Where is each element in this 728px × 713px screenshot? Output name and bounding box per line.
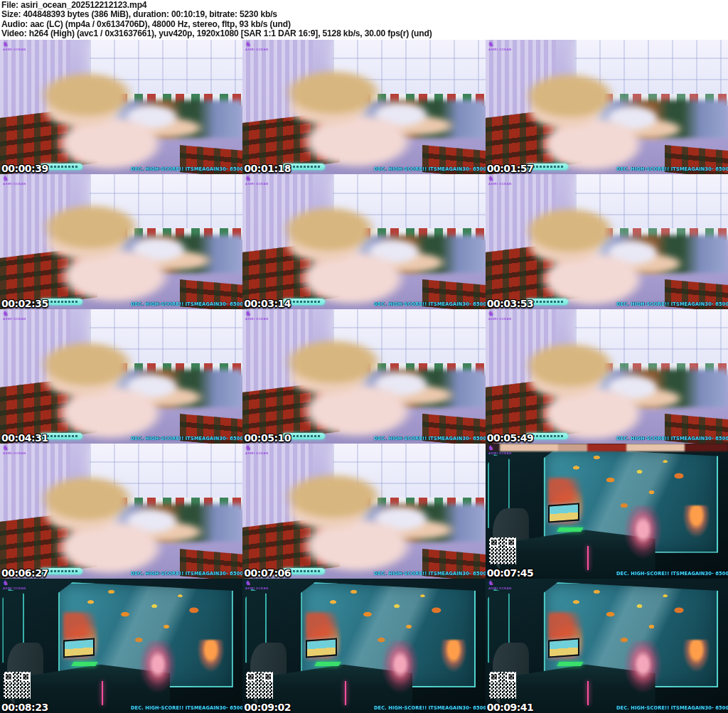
- watermark-text: ASIRI OCEAN: [245, 317, 268, 321]
- qr-code: [489, 537, 516, 564]
- frame-timestamp: 00:05:10: [244, 432, 291, 444]
- video-thumbnail: ♞ ASIRI OCEAN DEC. HIGH-SCORE!! ITSMEAGA…: [0, 174, 242, 309]
- glowing-plant: [623, 640, 663, 695]
- thumbnail-image: [0, 40, 242, 174]
- glowing-plant: [139, 640, 178, 695]
- overlay-caption: DEC. HIGH-SCORE!! ITSMEAGAIN30- 6500TKNS: [131, 301, 242, 306]
- person-figure: [274, 331, 456, 441]
- video-thumbnail: ♞ ASIRI OCEAN DEC. HIGH-SCORE!! ITSMEAGA…: [486, 174, 728, 309]
- overlay-caption: DEC. HIGH-SCORE!! ITSMEAGAIN30- 6500TKNS: [374, 570, 486, 575]
- person-figure: [29, 333, 204, 444]
- thumbnail-image: [486, 579, 728, 713]
- watermark-logo: ♞ ASIRI OCEAN: [245, 176, 287, 188]
- watermark-logo: ♞ ASIRI OCEAN: [3, 580, 45, 593]
- overlay-caption: DEC. HIGH-SCORE!! ITSMEAGAIN30- 6500TKNS: [131, 436, 242, 441]
- watermark-text: ASIRI OCEAN: [3, 317, 26, 321]
- watermark-icon: ♞: [488, 311, 530, 317]
- video-thumbnail: ♞ ASIRI OCEAN DEC. HIGH-SCORE!! ITSMEAGA…: [0, 444, 242, 578]
- watermark-icon: ♞: [488, 41, 530, 48]
- glowing-plant: [623, 505, 663, 559]
- desk-monitor: [548, 503, 579, 523]
- frame-timestamp: 00:03:53: [487, 298, 534, 309]
- frame-timestamp: 00:03:14: [244, 298, 291, 309]
- glowing-keyboard: [557, 662, 583, 666]
- video-thumbnail: ♞ ASIRI OCEAN DEC. HIGH-SCORE!! ITSMEAGA…: [486, 309, 728, 444]
- watermark-logo: ♞ ASIRI OCEAN: [488, 311, 530, 323]
- watermark-icon: ♞: [488, 580, 530, 586]
- watermark-logo: ♞ ASIRI OCEAN: [3, 41, 45, 54]
- video-thumbnail: ♞ ASIRI OCEAN DEC. HIGH-SCORE!! ITSMEAGA…: [486, 40, 728, 174]
- overlay-caption: DEC. HIGH-SCORE!! ITSMEAGAIN30- 6500TKNS: [374, 301, 486, 306]
- neon-strip: [587, 546, 589, 570]
- overlay-caption: DEC. HIGH-SCORE!! ITSMEAGAIN30- 6500TKNS: [131, 570, 242, 575]
- watermark-text: ASIRI OCEAN: [3, 182, 26, 186]
- thumbnail-image: [486, 444, 728, 578]
- video-info-line: Video: h264 (High) (avc1 / 0x31637661), …: [1, 29, 706, 38]
- thumbnail-image: [486, 309, 728, 444]
- thumbnail-image: [242, 40, 485, 174]
- frame-timestamp: 00:07:45: [487, 567, 534, 579]
- jellyfish: [440, 640, 468, 672]
- watermark-icon: ♞: [3, 311, 45, 317]
- video-thumbnail: ♞ ASIRI OCEAN DEC. HIGH-SCORE!! ITSMEAGA…: [242, 174, 485, 309]
- thumbnail-sheet: File: asiri_ocean_202512212123.mp4 Size:…: [0, 0, 728, 713]
- frame-timestamp: 00:02:35: [1, 298, 48, 309]
- watermark-logo: ♞ ASIRI OCEAN: [245, 580, 287, 593]
- thumbnail-image: [486, 40, 728, 174]
- thumbnail-image: [0, 309, 242, 444]
- frame-timestamp: 00:00:39: [1, 163, 48, 174]
- watermark-text: ASIRI OCEAN: [3, 48, 26, 51]
- person-figure: [513, 334, 682, 444]
- frame-timestamp: 00:01:18: [244, 163, 291, 174]
- jellyfish: [682, 505, 710, 538]
- desk-monitor: [63, 638, 95, 658]
- overlay-caption: DEC. HIGH-SCORE!! ITSMEAGAIN30- 6500TKNS: [374, 166, 486, 171]
- watermark-text: ASIRI OCEAN: [245, 182, 268, 186]
- thumbnail-grid: ♞ ASIRI OCEAN DEC. HIGH-SCORE!! ITSMEAGA…: [0, 40, 728, 713]
- qr-code: [246, 672, 273, 699]
- neon-strip: [102, 681, 103, 705]
- overlay-caption: DEC. HIGH-SCORE!! ITSMEAGAIN30- 6500TKNS: [616, 570, 728, 575]
- media-info-header: File: asiri_ocean_202512212123.mp4 Size:…: [0, 0, 728, 40]
- jellyfish: [682, 640, 710, 672]
- thumbnail-image: [242, 444, 485, 578]
- glowing-keyboard: [72, 662, 98, 666]
- glowing-keyboard: [314, 662, 341, 666]
- person-figure: [31, 196, 213, 306]
- video-thumbnail: ♞ ASIRI OCEAN DEC. HIGH-SCORE!! ITSMEAGA…: [242, 579, 485, 713]
- watermark-text: ASIRI OCEAN: [3, 451, 26, 455]
- watermark-text: ASIRI OCEAN: [488, 586, 511, 590]
- thumbnail-image: [242, 309, 485, 444]
- video-thumbnail: ♞ ASIRI OCEAN DEC. HIGH-SCORE!! ITSMEAGA…: [242, 309, 485, 444]
- overlay-caption: DEC. HIGH-SCORE!! ITSMEAGAIN30- 6500TKNS: [374, 705, 486, 710]
- overlay-caption: DEC. HIGH-SCORE!! ITSMEAGAIN30- 6500TKNS: [616, 166, 728, 171]
- watermark-logo: ♞ ASIRI OCEAN: [245, 311, 287, 323]
- watermark-text: ASIRI OCEAN: [245, 48, 268, 51]
- watermark-logo: ♞ ASIRI OCEAN: [245, 445, 287, 458]
- watermark-logo: ♞ ASIRI OCEAN: [488, 580, 530, 593]
- watermark-logo: ♞ ASIRI OCEAN: [245, 41, 287, 54]
- watermark-logo: ♞ ASIRI OCEAN: [488, 176, 530, 188]
- video-thumbnail: ♞ ASIRI OCEAN DEC. HIGH-SCORE!! ITSMEAGA…: [0, 309, 242, 444]
- watermark-logo: ♞ ASIRI OCEAN: [488, 41, 530, 54]
- neon-strip: [345, 681, 346, 705]
- video-thumbnail: ♞ ASIRI OCEAN DEC. HIGH-SCORE!! ITSMEAGA…: [486, 444, 728, 578]
- overlay-caption: DEC. HIGH-SCORE!! ITSMEAGAIN30- 6500TKNS: [374, 436, 486, 441]
- watermark-text: ASIRI OCEAN: [488, 317, 511, 321]
- watermark-icon: ♞: [245, 311, 287, 317]
- audio-info-line: Audio: aac (LC) (mp4a / 0x6134706D), 480…: [1, 20, 706, 29]
- watermark-logo: ♞ ASIRI OCEAN: [3, 311, 45, 323]
- watermark-logo: ♞ ASIRI OCEAN: [3, 445, 45, 458]
- watermark-text: ASIRI OCEAN: [488, 451, 511, 455]
- glowing-keyboard: [557, 527, 583, 532]
- file-name-line: File: asiri_ocean_202512212123.mp4: [1, 1, 706, 10]
- thumbnail-image: [242, 174, 485, 309]
- frame-timestamp: 00:05:49: [487, 432, 534, 444]
- frame-timestamp: 00:09:41: [487, 702, 534, 713]
- person-figure: [274, 62, 456, 172]
- watermark-text: ASIRI OCEAN: [245, 451, 268, 455]
- qr-code: [489, 672, 516, 699]
- overlay-caption: DEC. HIGH-SCORE!! ITSMEAGAIN30- 6500TKNS: [616, 705, 728, 710]
- thumbnail-image: [242, 579, 485, 713]
- watermark-text: ASIRI OCEAN: [488, 182, 511, 186]
